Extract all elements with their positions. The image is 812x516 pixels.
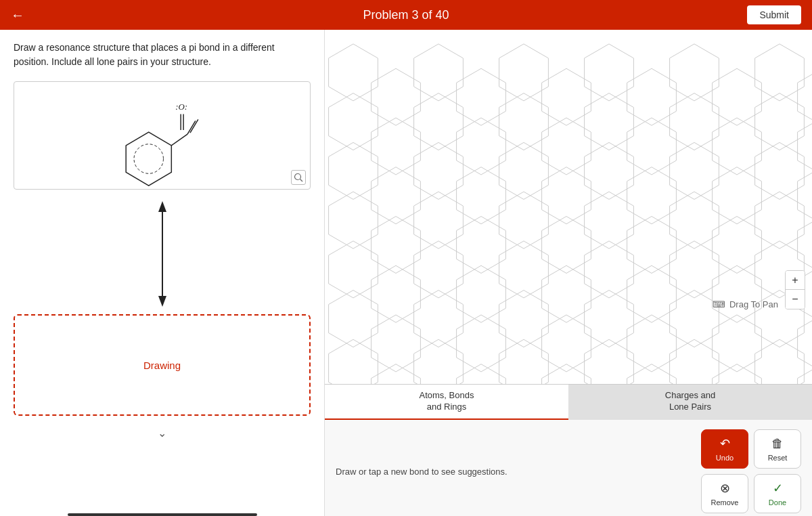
svg-marker-35: [414, 339, 464, 384]
toolbar-hint: Draw or tap a new bond to see suggestion…: [336, 467, 508, 477]
left-panel: Draw a resonance structure that places a…: [0, 30, 325, 516]
remove-button[interactable]: ⊗ Remove: [701, 474, 748, 513]
bidirectional-arrow: [152, 200, 173, 308]
svg-marker-50: [499, 291, 549, 347]
svg-marker-34: [414, 291, 464, 347]
svg-marker-74: [627, 315, 677, 372]
zoom-controls: + −: [785, 270, 805, 309]
svg-marker-33: [414, 241, 464, 298]
svg-marker-32: [414, 192, 464, 249]
svg-marker-19: [329, 339, 378, 384]
svg-marker-96: [755, 192, 805, 249]
svg-marker-64: [585, 192, 634, 249]
svg-marker-93: [755, 44, 805, 101]
svg-marker-39: [457, 167, 506, 224]
svg-marker-63: [585, 142, 634, 199]
svg-marker-80: [670, 192, 719, 249]
drag-to-pan-hint: ⌨ Drag To Pan: [713, 299, 778, 309]
zoom-molecule-button[interactable]: [291, 170, 306, 185]
done-button[interactable]: ✓ Done: [754, 474, 801, 513]
svg-line-5: [171, 134, 187, 146]
right-panel: // We'll draw this inline via JS after p…: [325, 30, 812, 516]
svg-marker-14: [329, 93, 378, 150]
svg-marker-106: [798, 315, 812, 372]
header: ← Problem 3 of 40 Submit: [0, 0, 812, 30]
svg-marker-53: [542, 68, 591, 125]
problem-title: Problem 3 of 40: [363, 8, 449, 22]
tab-charges-lone-pairs[interactable]: Charges andLone Pairs: [568, 385, 812, 420]
svg-marker-27: [371, 364, 421, 384]
drawing-area[interactable]: Drawing: [14, 314, 311, 416]
drag-to-pan-label: Drag To Pan: [729, 299, 778, 309]
svg-marker-77: [670, 44, 719, 101]
problem-text: Draw a resonance structure that places a…: [0, 30, 324, 74]
svg-marker-51: [499, 339, 549, 384]
svg-marker-37: [457, 68, 506, 125]
svg-marker-55: [542, 167, 591, 224]
svg-marker-26: [371, 315, 421, 372]
svg-marker-73: [627, 265, 677, 322]
svg-point-4: [134, 144, 163, 173]
svg-marker-3: [126, 132, 171, 186]
svg-marker-78: [670, 93, 719, 150]
svg-marker-23: [371, 167, 421, 224]
remove-label: Remove: [711, 498, 739, 507]
zoom-in-button[interactable]: +: [786, 271, 805, 290]
svg-marker-71: [627, 167, 677, 224]
arrow-container: [0, 196, 324, 311]
reset-button[interactable]: 🗑 Reset: [754, 429, 801, 469]
svg-marker-61: [585, 44, 634, 101]
svg-marker-102: [798, 118, 812, 175]
svg-marker-89: [713, 265, 762, 322]
svg-text::O:: :O:: [175, 102, 187, 112]
svg-marker-66: [585, 291, 634, 347]
svg-marker-75: [627, 364, 677, 384]
svg-marker-91: [713, 364, 762, 384]
svg-marker-81: [670, 241, 719, 298]
bottom-toolbar: Atoms, Bondsand Rings Charges andLone Pa…: [325, 384, 812, 516]
svg-marker-43: [457, 364, 506, 384]
zoom-out-button[interactable]: −: [786, 290, 805, 309]
svg-marker-25: [371, 265, 421, 322]
svg-marker-38: [457, 118, 506, 175]
svg-marker-99: [755, 339, 805, 384]
svg-marker-45: [499, 44, 549, 101]
reset-label: Reset: [768, 454, 788, 462]
svg-marker-13: [329, 44, 378, 101]
drawing-label: Drawing: [143, 360, 181, 371]
svg-marker-54: [542, 118, 591, 175]
reset-icon: 🗑: [771, 437, 784, 451]
done-icon: ✓: [773, 481, 783, 496]
svg-point-8: [295, 174, 301, 180]
svg-marker-48: [499, 192, 549, 249]
toolbar-content: Draw or tap a new bond to see suggestion…: [325, 420, 812, 516]
svg-marker-72: [627, 217, 677, 274]
hand-icon: ⌨: [713, 299, 725, 309]
undo-button[interactable]: ↶ Undo: [701, 429, 748, 469]
submit-button[interactable]: Submit: [747, 5, 801, 24]
svg-marker-62: [585, 93, 634, 150]
honeycomb-canvas[interactable]: // We'll draw this inline via JS after p…: [325, 30, 812, 384]
svg-marker-69: [627, 68, 677, 125]
svg-marker-70: [627, 118, 677, 175]
back-button[interactable]: ←: [11, 7, 24, 23]
chevron-down-icon: ⌄: [158, 427, 166, 439]
svg-marker-31: [414, 142, 464, 199]
chevron-down[interactable]: ⌄: [0, 418, 324, 448]
undo-label: Undo: [716, 454, 734, 462]
svg-marker-40: [457, 217, 506, 274]
svg-marker-83: [670, 339, 719, 384]
svg-marker-104: [798, 217, 812, 274]
molecule-svg: :O:: [14, 82, 310, 189]
svg-marker-29: [414, 44, 464, 101]
svg-marker-16: [329, 192, 378, 249]
svg-marker-65: [585, 241, 634, 298]
svg-marker-17: [329, 241, 378, 298]
svg-marker-59: [542, 364, 591, 384]
svg-marker-82: [670, 291, 719, 347]
tab-atoms-bonds-rings[interactable]: Atoms, Bondsand Rings: [325, 385, 568, 420]
remove-icon: ⊗: [720, 481, 730, 496]
main-layout: Draw a resonance structure that places a…: [0, 30, 812, 516]
svg-marker-90: [713, 315, 762, 372]
svg-marker-57: [542, 265, 591, 322]
